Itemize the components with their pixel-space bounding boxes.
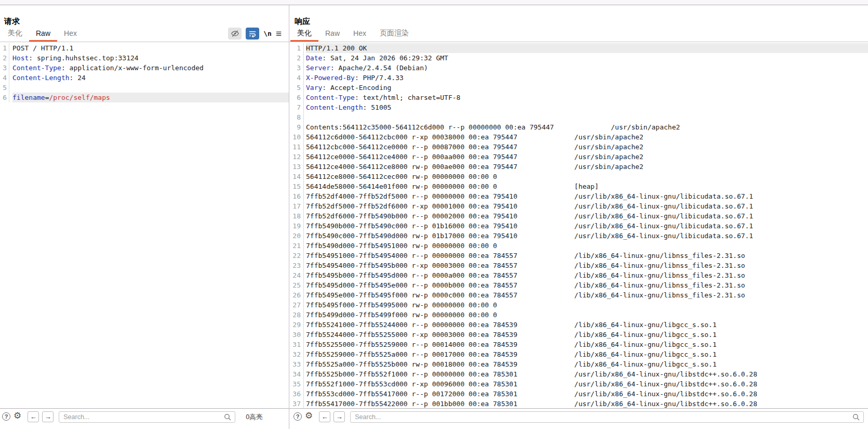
gear-icon[interactable]: ⚙ [305,411,313,420]
request-pane-content: 请求 美化RawHex [0,5,289,408]
tab-pretty[interactable]: 美化 [1,27,29,42]
response-tabs: 美化RawHex页面渲染 [289,27,868,42]
request-editor[interactable]: 123456 POST / HTTP/1.1Host: spring.huhst… [0,42,289,102]
request-code: POST / HTTP/1.1Host: spring.huhstsec.top… [9,43,289,102]
show-newlines-toggle[interactable]: \n [263,30,272,37]
search-icon [852,413,860,421]
line-number: 29 [289,320,301,330]
response-search-input[interactable] [350,411,864,423]
code-line[interactable]: Content-Type: application/x-www-form-url… [12,63,289,73]
code-line[interactable]: POST / HTTP/1.1 [12,43,289,53]
line-number: 19 [289,221,301,231]
code-line: 7ffb52df5000-7ffb52df6000 r-xp 00001000 … [306,201,868,211]
line-number: 2 [0,53,7,63]
search-next-button[interactable]: → [42,411,54,422]
code-line: X-Powered-By: PHP/7.4.33 [306,73,868,83]
line-number: 33 [289,359,301,369]
search-next-button[interactable]: → [333,411,345,422]
line-number: 26 [289,290,301,300]
code-line[interactable]: Host: spring.huhstsec.top:33124 [12,53,289,63]
code-line: 564112ce0000-564112ce4000 r--p 000aa000 … [306,152,868,162]
code-line: 7ffb55259000-7ffb5525a000 r--p 00017000 … [306,349,868,359]
code-line: 564112c6d000-564112cbc000 r-xp 00038000 … [306,132,868,142]
response-search-bar: ? ⚙ ← → [289,408,868,429]
line-number: 10 [289,132,301,142]
message-editor-workspace: 请求 美化RawHex [0,5,868,429]
line-number: 11 [289,142,301,152]
line-number: 30 [289,330,301,340]
response-editor[interactable]: 1234567891011121314151617181920212223242… [289,42,868,408]
response-line-numbers: 1234567891011121314151617181920212223242… [289,43,304,408]
highlight-count-label: 0高亮 [246,413,262,422]
word-wrap-toggle[interactable] [246,28,259,40]
code-line: 7ffb55244000-7ffb55255000 r-xp 00003000 … [306,330,868,340]
line-number: 27 [289,300,301,310]
code-line: Vary: Accept-Encoding [306,83,868,93]
line-number: 25 [289,280,301,290]
code-line: 7ffb5490c000-7ffb5490d000 rw-p 01b17000 … [306,231,868,241]
help-icon[interactable]: ? [293,412,302,421]
code-line: 7ffb55417000-7ffb55422000 r--p 001bb000 … [306,399,868,408]
response-code: HTTP/1.1 200 OKDate: Sat, 24 Jan 2026 06… [304,43,868,408]
line-number: 32 [289,349,301,359]
code-line: 7ffb5495b000-7ffb5495d000 r--p 0000a000 … [306,270,868,280]
code-line: 7ffb54951000-7ffb54954000 r--p 00000000 … [306,251,868,261]
line-number: 20 [289,231,301,241]
code-line: 564112cbc000-564112ce0000 r--p 00087000 … [306,142,868,152]
request-toolbar: \n ≡ [228,28,282,40]
request-line-numbers: 123456 [0,43,9,102]
line-number: 24 [289,270,301,280]
gear-icon[interactable]: ⚙ [14,411,21,420]
response-panel: 响应 美化RawHex页面渲染 123456789101112131415161… [289,5,868,429]
code-line: 7ffb5525a000-7ffb5525b000 rw-p 00018000 … [306,359,868,369]
tab-hex[interactable]: Hex [57,27,84,42]
request-title: 请求 [4,17,289,27]
code-line: 7ffb52df4000-7ffb52df5000 r--p 00000000 … [306,191,868,201]
line-number: 7 [289,102,301,112]
line-number: 21 [289,241,301,251]
code-line[interactable]: Content-Length: 24 [12,73,289,83]
eye-slash-icon [231,29,239,38]
line-number: 15 [289,181,301,191]
code-line: 7ffb54954000-7ffb5495b000 r-xp 00003000 … [306,261,868,270]
code-line [306,112,868,122]
wrap-text-icon [248,30,257,38]
line-number: 8 [289,112,301,122]
hide-nonprintable-icon[interactable] [228,28,242,40]
line-number: 1 [289,43,301,53]
line-number: 35 [289,379,301,389]
editor-menu-icon[interactable]: ≡ [276,29,282,38]
code-line: 7ffb55255000-7ffb55259000 r--p 00014000 … [306,340,868,349]
code-line: 7ffb5525b000-7ffb552f1000 r--p 00000000 … [306,369,868,379]
search-previous-button[interactable]: ← [28,411,39,422]
help-icon[interactable]: ? [2,412,10,421]
tab-raw[interactable]: Raw [318,27,346,42]
line-number: 37 [289,399,301,408]
line-number: 34 [289,369,301,379]
code-line: 7ffb5499d000-7ffb5499f000 rw-p 00000000 … [306,310,868,320]
line-number: 6 [289,93,301,102]
code-line: 564112ce8000-564112cec000 rw-p 00000000 … [306,172,868,181]
response-search-wrap [350,411,864,423]
request-search-bar: ? ⚙ ← → 0高亮 [0,408,289,429]
code-line: 7ffb5495e000-7ffb5495f000 rw-p 0000c000 … [306,290,868,300]
code-line: Server: Apache/2.4.54 (Debian) [306,63,868,73]
line-number: 1 [0,43,7,53]
tab-hex[interactable]: Hex [346,27,373,42]
line-number: 14 [289,172,301,181]
code-line: 7ffb552f1000-7ffb553cd000 r-xp 00096000 … [306,379,868,389]
code-line: 564112ce4000-564112ce8000 rw-p 000ae000 … [306,162,868,172]
line-number: 23 [289,261,301,270]
line-number: 4 [0,73,7,83]
line-number: 3 [289,63,301,73]
search-previous-button[interactable]: ← [319,411,330,422]
code-line[interactable] [12,83,289,93]
tab-raw[interactable]: Raw [29,27,57,42]
line-number: 18 [289,211,301,221]
request-search-input[interactable] [59,411,235,423]
tab-render[interactable]: 页面渲染 [373,27,416,42]
code-line[interactable]: filename=/proc/self/maps [12,93,289,102]
line-number: 6 [0,93,7,102]
line-number: 2 [289,53,301,63]
tab-pretty[interactable]: 美化 [290,27,318,42]
